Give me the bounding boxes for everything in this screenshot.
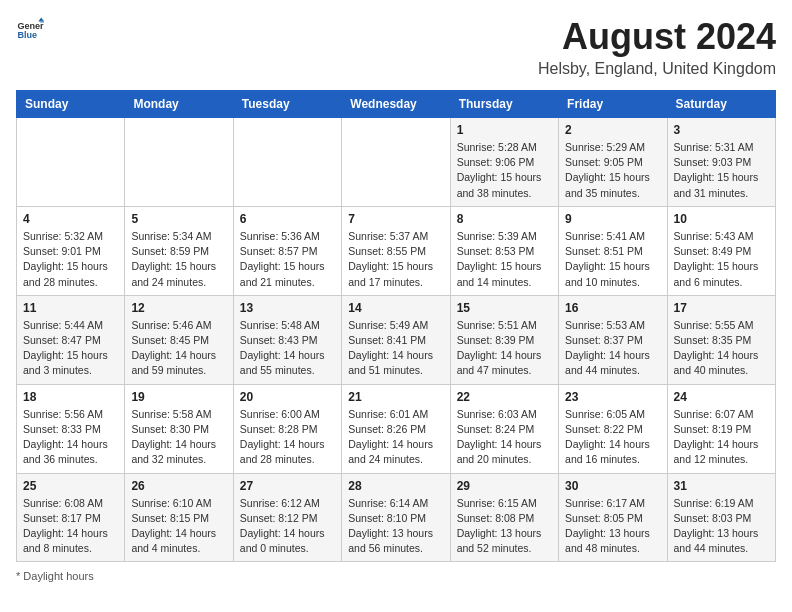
day-number: 11 [23, 301, 118, 315]
calendar-cell [17, 118, 125, 207]
calendar-cell: 29Sunrise: 6:15 AMSunset: 8:08 PMDayligh… [450, 473, 558, 562]
main-title: August 2024 [538, 16, 776, 58]
day-number: 3 [674, 123, 769, 137]
day-number: 17 [674, 301, 769, 315]
day-info: Sunrise: 5:49 AMSunset: 8:41 PMDaylight:… [348, 318, 443, 379]
day-number: 16 [565, 301, 660, 315]
day-number: 28 [348, 479, 443, 493]
day-number: 15 [457, 301, 552, 315]
logo: General Blue [16, 16, 44, 44]
day-number: 9 [565, 212, 660, 226]
day-info: Sunrise: 5:53 AMSunset: 8:37 PMDaylight:… [565, 318, 660, 379]
day-info: Sunrise: 6:14 AMSunset: 8:10 PMDaylight:… [348, 496, 443, 557]
day-number: 5 [131, 212, 226, 226]
day-info: Sunrise: 6:17 AMSunset: 8:05 PMDaylight:… [565, 496, 660, 557]
calendar-cell: 7Sunrise: 5:37 AMSunset: 8:55 PMDaylight… [342, 206, 450, 295]
calendar-cell [233, 118, 341, 207]
calendar-dow-monday: Monday [125, 91, 233, 118]
day-number: 20 [240, 390, 335, 404]
day-info: Sunrise: 6:03 AMSunset: 8:24 PMDaylight:… [457, 407, 552, 468]
day-number: 14 [348, 301, 443, 315]
calendar-cell: 18Sunrise: 5:56 AMSunset: 8:33 PMDayligh… [17, 384, 125, 473]
calendar-cell: 16Sunrise: 5:53 AMSunset: 8:37 PMDayligh… [559, 295, 667, 384]
day-info: Sunrise: 5:58 AMSunset: 8:30 PMDaylight:… [131, 407, 226, 468]
day-number: 7 [348, 212, 443, 226]
calendar-cell: 13Sunrise: 5:48 AMSunset: 8:43 PMDayligh… [233, 295, 341, 384]
calendar-cell: 2Sunrise: 5:29 AMSunset: 9:05 PMDaylight… [559, 118, 667, 207]
day-info: Sunrise: 6:00 AMSunset: 8:28 PMDaylight:… [240, 407, 335, 468]
day-info: Sunrise: 5:31 AMSunset: 9:03 PMDaylight:… [674, 140, 769, 201]
calendar-cell: 3Sunrise: 5:31 AMSunset: 9:03 PMDaylight… [667, 118, 775, 207]
day-info: Sunrise: 5:56 AMSunset: 8:33 PMDaylight:… [23, 407, 118, 468]
day-number: 26 [131, 479, 226, 493]
calendar-cell: 24Sunrise: 6:07 AMSunset: 8:19 PMDayligh… [667, 384, 775, 473]
calendar-dow-thursday: Thursday [450, 91, 558, 118]
day-number: 18 [23, 390, 118, 404]
day-info: Sunrise: 5:51 AMSunset: 8:39 PMDaylight:… [457, 318, 552, 379]
day-number: 25 [23, 479, 118, 493]
day-info: Sunrise: 6:10 AMSunset: 8:15 PMDaylight:… [131, 496, 226, 557]
calendar-dow-saturday: Saturday [667, 91, 775, 118]
calendar-cell: 14Sunrise: 5:49 AMSunset: 8:41 PMDayligh… [342, 295, 450, 384]
footer-note: * Daylight hours [16, 570, 776, 582]
day-info: Sunrise: 5:29 AMSunset: 9:05 PMDaylight:… [565, 140, 660, 201]
calendar-body: 1Sunrise: 5:28 AMSunset: 9:06 PMDaylight… [17, 118, 776, 562]
day-number: 21 [348, 390, 443, 404]
calendar-cell: 22Sunrise: 6:03 AMSunset: 8:24 PMDayligh… [450, 384, 558, 473]
calendar-cell: 28Sunrise: 6:14 AMSunset: 8:10 PMDayligh… [342, 473, 450, 562]
day-number: 27 [240, 479, 335, 493]
title-area: August 2024 Helsby, England, United King… [538, 16, 776, 78]
svg-text:General: General [17, 21, 44, 31]
calendar-cell: 11Sunrise: 5:44 AMSunset: 8:47 PMDayligh… [17, 295, 125, 384]
day-info: Sunrise: 6:01 AMSunset: 8:26 PMDaylight:… [348, 407, 443, 468]
calendar-cell: 31Sunrise: 6:19 AMSunset: 8:03 PMDayligh… [667, 473, 775, 562]
day-info: Sunrise: 6:07 AMSunset: 8:19 PMDaylight:… [674, 407, 769, 468]
day-info: Sunrise: 5:55 AMSunset: 8:35 PMDaylight:… [674, 318, 769, 379]
day-info: Sunrise: 5:46 AMSunset: 8:45 PMDaylight:… [131, 318, 226, 379]
logo-icon: General Blue [16, 16, 44, 44]
calendar-cell: 5Sunrise: 5:34 AMSunset: 8:59 PMDaylight… [125, 206, 233, 295]
calendar-dow-tuesday: Tuesday [233, 91, 341, 118]
day-info: Sunrise: 5:28 AMSunset: 9:06 PMDaylight:… [457, 140, 552, 201]
calendar-cell: 15Sunrise: 5:51 AMSunset: 8:39 PMDayligh… [450, 295, 558, 384]
calendar-cell: 17Sunrise: 5:55 AMSunset: 8:35 PMDayligh… [667, 295, 775, 384]
calendar-table: SundayMondayTuesdayWednesdayThursdayFrid… [16, 90, 776, 562]
day-info: Sunrise: 5:37 AMSunset: 8:55 PMDaylight:… [348, 229, 443, 290]
calendar-cell: 1Sunrise: 5:28 AMSunset: 9:06 PMDaylight… [450, 118, 558, 207]
day-info: Sunrise: 6:19 AMSunset: 8:03 PMDaylight:… [674, 496, 769, 557]
day-number: 22 [457, 390, 552, 404]
day-number: 8 [457, 212, 552, 226]
calendar-cell: 12Sunrise: 5:46 AMSunset: 8:45 PMDayligh… [125, 295, 233, 384]
header: General Blue August 2024 Helsby, England… [16, 16, 776, 78]
calendar-cell: 4Sunrise: 5:32 AMSunset: 9:01 PMDaylight… [17, 206, 125, 295]
day-number: 31 [674, 479, 769, 493]
day-info: Sunrise: 6:12 AMSunset: 8:12 PMDaylight:… [240, 496, 335, 557]
calendar-dow-wednesday: Wednesday [342, 91, 450, 118]
day-info: Sunrise: 6:08 AMSunset: 8:17 PMDaylight:… [23, 496, 118, 557]
calendar-week-3: 11Sunrise: 5:44 AMSunset: 8:47 PMDayligh… [17, 295, 776, 384]
calendar-cell: 21Sunrise: 6:01 AMSunset: 8:26 PMDayligh… [342, 384, 450, 473]
day-number: 12 [131, 301, 226, 315]
calendar-cell: 6Sunrise: 5:36 AMSunset: 8:57 PMDaylight… [233, 206, 341, 295]
calendar-cell: 20Sunrise: 6:00 AMSunset: 8:28 PMDayligh… [233, 384, 341, 473]
calendar-cell: 26Sunrise: 6:10 AMSunset: 8:15 PMDayligh… [125, 473, 233, 562]
day-info: Sunrise: 6:15 AMSunset: 8:08 PMDaylight:… [457, 496, 552, 557]
calendar-cell: 27Sunrise: 6:12 AMSunset: 8:12 PMDayligh… [233, 473, 341, 562]
calendar-dow-sunday: Sunday [17, 91, 125, 118]
footer-text: Daylight hours [23, 570, 93, 582]
day-info: Sunrise: 5:36 AMSunset: 8:57 PMDaylight:… [240, 229, 335, 290]
day-info: Sunrise: 5:41 AMSunset: 8:51 PMDaylight:… [565, 229, 660, 290]
day-info: Sunrise: 5:43 AMSunset: 8:49 PMDaylight:… [674, 229, 769, 290]
svg-text:Blue: Blue [17, 30, 37, 40]
day-number: 30 [565, 479, 660, 493]
day-info: Sunrise: 5:44 AMSunset: 8:47 PMDaylight:… [23, 318, 118, 379]
day-number: 4 [23, 212, 118, 226]
subtitle: Helsby, England, United Kingdom [538, 60, 776, 78]
calendar-dow-friday: Friday [559, 91, 667, 118]
day-number: 29 [457, 479, 552, 493]
calendar-week-2: 4Sunrise: 5:32 AMSunset: 9:01 PMDaylight… [17, 206, 776, 295]
day-number: 1 [457, 123, 552, 137]
day-number: 2 [565, 123, 660, 137]
calendar-cell: 25Sunrise: 6:08 AMSunset: 8:17 PMDayligh… [17, 473, 125, 562]
day-number: 10 [674, 212, 769, 226]
